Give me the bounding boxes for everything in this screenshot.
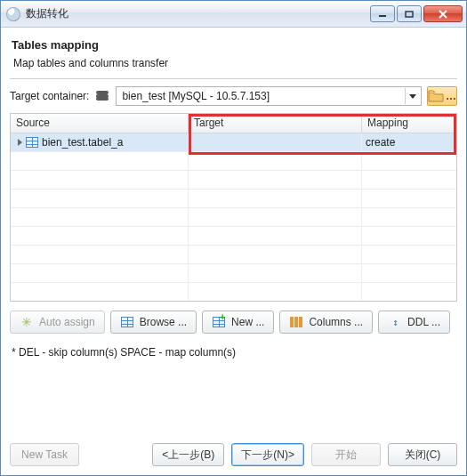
window-title: 数据转化 bbox=[26, 6, 370, 21]
close-button[interactable] bbox=[423, 5, 463, 22]
minimize-button[interactable] bbox=[370, 5, 395, 22]
hint-text: * DEL - skip column(s) SPACE - map colum… bbox=[12, 346, 455, 359]
svg-rect-1 bbox=[406, 12, 413, 17]
new-label: New ... bbox=[231, 316, 264, 328]
ellipsis-icon: … bbox=[446, 90, 456, 102]
target-container-value: bien_test [MySQL - 10.5.7.153] bbox=[122, 90, 405, 102]
browse-button[interactable]: Browse ... bbox=[110, 311, 197, 334]
columns-button[interactable]: Columns ... bbox=[279, 311, 373, 334]
browse-container-button[interactable]: … bbox=[427, 86, 457, 106]
ddl-label: DDL ... bbox=[407, 316, 440, 328]
target-container-select[interactable]: bien_test [MySQL - 10.5.7.153] bbox=[116, 86, 422, 106]
auto-assign-label: Auto assign bbox=[39, 316, 95, 328]
new-task-button[interactable]: New Task bbox=[10, 443, 79, 466]
window-controls bbox=[370, 5, 463, 22]
column-header-source[interactable]: Source bbox=[11, 114, 189, 133]
expand-icon[interactable] bbox=[18, 139, 22, 146]
source-text: bien_test.tabel_a bbox=[42, 136, 123, 149]
table-icon bbox=[120, 316, 134, 328]
target-container-label: Target container: bbox=[10, 90, 89, 102]
ddl-button[interactable]: ↕ DDL ... bbox=[378, 311, 450, 334]
table-row bbox=[11, 190, 456, 208]
footer: New Task <上一步(B) 下一步(N)> 开始 关闭(C) bbox=[10, 431, 457, 466]
table-icon bbox=[26, 137, 38, 148]
target-container-row: Target container: bien_test [MySQL - 10.… bbox=[10, 86, 457, 106]
table-row bbox=[11, 283, 456, 301]
table-header: Source Target Mapping bbox=[11, 114, 456, 133]
column-header-target[interactable]: Target bbox=[189, 114, 362, 133]
divider bbox=[10, 78, 457, 79]
columns-label: Columns ... bbox=[309, 316, 363, 328]
ddl-icon: ↕ bbox=[388, 316, 402, 328]
start-button[interactable]: 开始 bbox=[311, 443, 381, 466]
titlebar: 数据转化 bbox=[1, 1, 466, 28]
table-row bbox=[11, 246, 456, 264]
columns-icon bbox=[289, 316, 303, 328]
table-row bbox=[11, 208, 456, 227]
chevron-down-icon bbox=[405, 88, 419, 104]
back-button[interactable]: <上一步(B) bbox=[152, 443, 224, 466]
star-icon: ✳ bbox=[20, 316, 34, 328]
next-button[interactable]: 下一步(N)> bbox=[231, 443, 304, 466]
action-bar: ✳ Auto assign Browse ... + New ... Colum… bbox=[10, 311, 457, 334]
cell-target bbox=[189, 133, 362, 151]
cell-source: bien_test.tabel_a bbox=[11, 133, 189, 151]
content-area: Tables mapping Map tables and columns tr… bbox=[1, 28, 466, 475]
browse-label: Browse ... bbox=[140, 316, 187, 328]
maximize-button[interactable] bbox=[397, 5, 422, 22]
table-body: bien_test.tabel_a create bbox=[11, 133, 456, 301]
table-row bbox=[11, 152, 456, 171]
page-title: Tables mapping bbox=[12, 38, 455, 52]
column-header-mapping[interactable]: Mapping bbox=[362, 114, 456, 133]
auto-assign-button[interactable]: ✳ Auto assign bbox=[10, 311, 105, 334]
page-subtitle: Map tables and columns transfer bbox=[13, 57, 454, 69]
cell-mapping: create bbox=[362, 133, 456, 151]
table-row[interactable]: bien_test.tabel_a create bbox=[11, 133, 456, 152]
mapping-table: Source Target Mapping bien_test.tabel_a … bbox=[10, 113, 457, 302]
new-table-icon: + bbox=[212, 316, 226, 328]
new-button[interactable]: + New ... bbox=[202, 311, 274, 334]
table-row bbox=[11, 171, 456, 190]
table-row bbox=[11, 264, 456, 283]
close-dialog-button[interactable]: 关闭(C) bbox=[388, 443, 457, 466]
table-row bbox=[11, 227, 456, 246]
app-icon bbox=[6, 7, 20, 21]
folder-icon bbox=[428, 90, 444, 102]
database-icon bbox=[94, 89, 110, 103]
